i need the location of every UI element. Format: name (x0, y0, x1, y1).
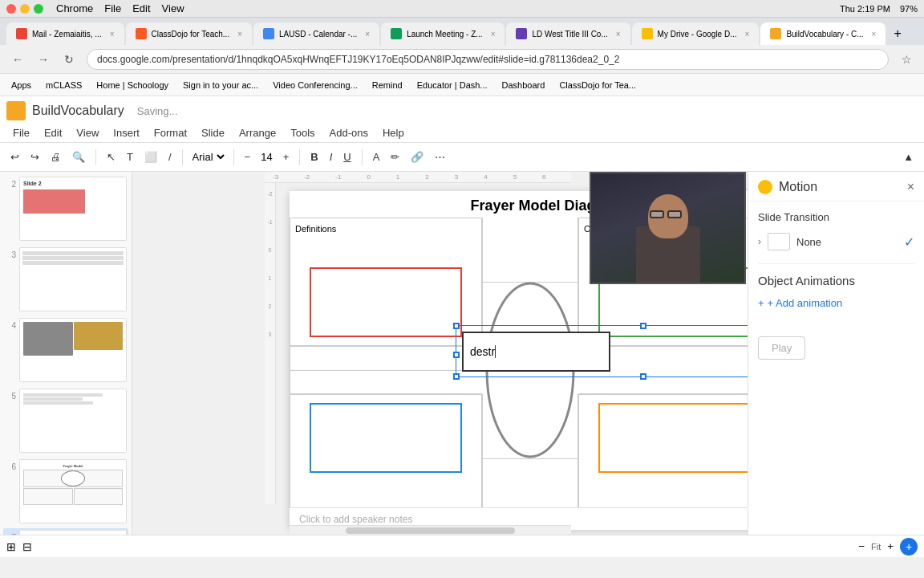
mac-menu-bar: Chrome File Edit View (56, 2, 184, 14)
tab-close-mail[interactable]: × (110, 30, 115, 39)
grid-view-button[interactable]: ⊟ (22, 540, 32, 553)
bookmark-video-conf[interactable]: Video Conferencing... (268, 79, 363, 92)
tab-mail[interactable]: Mail - Zemaiaitis, ... × (6, 22, 124, 45)
toolbar: ↩ ↪ 🖨 🔍 ↖ T ⬜ / Arial − 14 + B I U A ✏ 🔗… (0, 143, 924, 172)
more-options[interactable]: ⋯ (431, 149, 449, 165)
zoom-out-button[interactable]: − (858, 540, 865, 552)
tab-close-classdojo[interactable]: × (237, 30, 242, 39)
add-animation-button[interactable]: + + Add animation (758, 295, 842, 311)
tab-close-meeting[interactable]: × (491, 30, 496, 39)
menu-help[interactable]: Help (376, 124, 411, 142)
mac-battery: 97% (900, 4, 918, 14)
slide-thumb-3[interactable]: 3 (3, 246, 128, 313)
new-tab-button[interactable]: + (887, 22, 907, 45)
close-motion-panel-button[interactable]: × (907, 180, 914, 194)
tab-meeting[interactable]: Launch Meeting - Z... × (381, 22, 505, 45)
font-size-decrease[interactable]: − (241, 149, 255, 165)
play-button[interactable]: Play (758, 336, 805, 360)
ruler-vertical: -2-10123 (265, 183, 276, 504)
font-size-display: 14 (257, 151, 275, 163)
slide-transition-row[interactable]: › None ✓ (758, 230, 914, 254)
forward-button[interactable]: → (32, 48, 55, 71)
mac-menu-edit[interactable]: Edit (132, 2, 150, 14)
bold-button[interactable]: B (306, 149, 322, 165)
back-button[interactable]: ← (6, 48, 29, 71)
mac-menu-view[interactable]: View (162, 2, 184, 14)
zoom-button[interactable]: 🔍 (68, 149, 89, 165)
tab-close-mydrive[interactable]: × (745, 30, 750, 39)
tab-lausd[interactable]: LAUSD - Calendar -... × (253, 22, 379, 45)
mac-menu-file[interactable]: File (104, 2, 121, 14)
zoom-in-button[interactable]: + (887, 540, 894, 552)
slide-thumb-6[interactable]: 6 Frayer Model (3, 458, 128, 525)
slide-thumb-2[interactable]: 2 Slide 2 (3, 175, 128, 242)
ruler-horizontal: -3-2-10123456 (265, 172, 571, 183)
bookmark-signin[interactable]: Sign in to your ac... (178, 79, 263, 92)
bookmark-mclass[interactable]: mCLASS (41, 79, 87, 92)
bookmark-educator[interactable]: Educator | Dash... (412, 79, 492, 92)
refresh-button[interactable]: ↻ (58, 48, 80, 71)
line-tool[interactable]: / (164, 149, 176, 165)
slide-list-view-button[interactable]: ⊞ (6, 540, 16, 553)
maximize-traffic-light[interactable] (34, 4, 43, 14)
menu-format[interactable]: Format (148, 124, 193, 142)
bookmark-remind[interactable]: Remind (367, 79, 407, 92)
tab-ldwest[interactable]: LD West Title III Co... × (506, 22, 630, 45)
transition-none-label: None (796, 236, 821, 248)
slide-thumb-4[interactable]: 4 (3, 316, 128, 384)
word-textbox[interactable]: destr (462, 332, 610, 372)
highlight-button[interactable]: ✏ (387, 149, 403, 165)
motion-panel-title: Motion (779, 180, 817, 194)
textbox-tool[interactable]: T (123, 149, 137, 165)
minimize-traffic-light[interactable] (20, 4, 30, 14)
font-select[interactable]: Arial (189, 150, 227, 164)
redo-button[interactable]: ↪ (26, 149, 43, 165)
underline-button[interactable]: U (339, 149, 355, 165)
horizontal-scrollbar[interactable] (290, 525, 571, 535)
bookmark-classdojo[interactable]: ClassDojo for Tea... (554, 79, 641, 92)
tab-mydrive[interactable]: My Drive - Google D... × (632, 22, 760, 45)
browser-controls: ← → ↻ (6, 48, 80, 71)
motion-panel-icon (758, 180, 772, 194)
tab-close-ldwest[interactable]: × (616, 30, 621, 39)
address-input[interactable] (87, 49, 889, 70)
cursor-tool[interactable]: ↖ (103, 149, 120, 165)
tab-classdojo[interactable]: ClassDojo for Teach... × (126, 22, 252, 45)
tab-close-lausd[interactable]: × (365, 30, 370, 39)
undo-button[interactable]: ↩ (6, 149, 23, 165)
font-size-increase[interactable]: + (279, 149, 294, 165)
bookmark-schoology[interactable]: Home | Schoology (91, 79, 173, 92)
text-cursor (495, 345, 496, 358)
add-animation-label: + Add animation (768, 297, 843, 309)
definitions-label: Definitions (295, 224, 336, 234)
menu-addons[interactable]: Add-ons (323, 124, 375, 142)
add-slide-button[interactable]: + (900, 538, 918, 556)
menu-tools[interactable]: Tools (284, 124, 321, 142)
italic-button[interactable]: I (326, 149, 337, 165)
slide-thumb-5[interactable]: 5 (3, 387, 128, 454)
transition-chevron-icon: › (758, 236, 761, 247)
text-color-button[interactable]: A (369, 149, 384, 165)
shape-tool[interactable]: ⬜ (140, 149, 161, 165)
link-button[interactable]: 🔗 (407, 149, 428, 165)
bookmark-button[interactable]: ☆ (895, 48, 918, 71)
menu-slide[interactable]: Slide (195, 124, 231, 142)
person-silhouette (620, 186, 716, 283)
menu-edit[interactable]: Edit (38, 124, 68, 142)
collapse-panel-button[interactable]: ▲ (899, 149, 918, 165)
mac-menu-chrome[interactable]: Chrome (56, 2, 93, 14)
slides-title: BuildVocabulary (32, 104, 124, 118)
menu-arrange[interactable]: Arrange (233, 124, 282, 142)
motion-panel: Motion × Slide Transition › None ✓ Objec… (748, 172, 924, 535)
tab-close-buildvocab[interactable]: × (872, 30, 877, 39)
bookmark-apps[interactable]: Apps (6, 79, 36, 92)
print-button[interactable]: 🖨 (47, 149, 65, 165)
tab-buildvocab[interactable]: BuildVocabulary - C... × (760, 22, 886, 45)
bookmark-dashboard[interactable]: Dashboard (497, 79, 550, 92)
object-animations-title: Object Animations (758, 274, 914, 287)
menu-insert[interactable]: Insert (107, 124, 146, 142)
menu-file[interactable]: File (6, 124, 36, 142)
menu-view[interactable]: View (70, 124, 105, 142)
close-traffic-light[interactable] (6, 4, 16, 14)
slide-thumb-7[interactable]: 7 Frayer Model (3, 528, 128, 535)
